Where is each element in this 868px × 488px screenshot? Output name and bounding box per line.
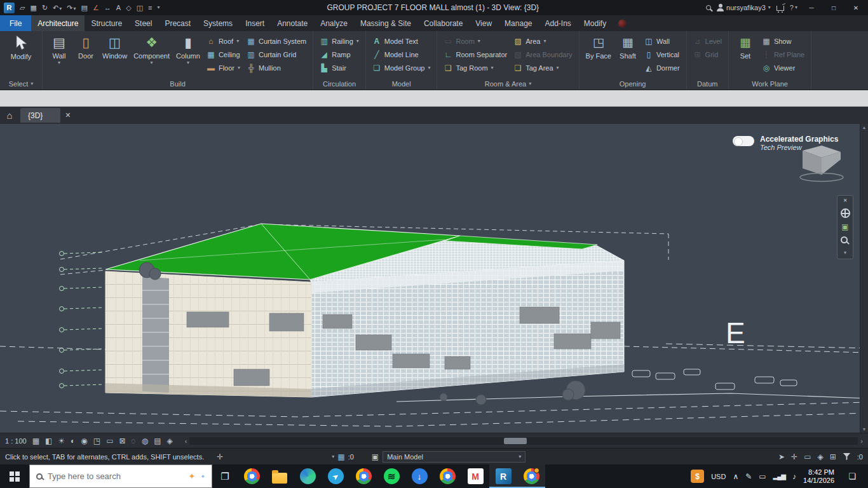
close-view-icon[interactable]: ✕ [65,111,71,119]
lock-view-icon[interactable]: ⊠ [119,437,126,445]
temporary-hide-isolate-icon[interactable]: ◌ [132,437,136,445]
tab-addins[interactable]: Add-Ins [538,15,577,31]
tag-area-button[interactable]: ❑Tag Area▾ [511,61,574,74]
tray-expand-icon[interactable]: ∧ [733,473,738,480]
scroll-right-icon[interactable]: › [860,437,863,445]
home-icon[interactable]: ⌂ [3,109,16,122]
taskbar-clock[interactable]: 8:42 PM 14/1/2026 [803,468,834,485]
pen-icon[interactable]: ✎ [745,473,752,480]
building-model[interactable] [0,124,868,433]
worksets-control[interactable]: ▾ ▦ :0 [332,453,354,461]
start-button[interactable] [0,464,29,488]
redo-button[interactable]: ↷▾ [67,4,76,11]
close-button[interactable]: ✕ [848,4,864,11]
chrome-icon[interactable] [517,464,545,488]
tab-annotate[interactable]: Annotate [271,15,314,31]
room-area-panel-dropdown[interactable]: Room & Area▾ [437,79,578,90]
horizontal-scroll-thumb[interactable] [504,438,527,444]
chrome-icon[interactable] [433,464,461,488]
ribbon-options-icon[interactable] [618,19,627,28]
scroll-left-icon[interactable]: ‹ [185,437,187,445]
tag-room-button[interactable]: ❑Tag Room▾ [441,61,510,74]
horizontal-scroll-track[interactable] [189,437,858,445]
customize-qat-icon[interactable]: ▾ [157,5,159,10]
task-view-button[interactable]: ❐ [212,464,238,488]
detail-level-icon[interactable]: ▦ [32,437,39,445]
download-manager-icon[interactable]: ↓ [405,464,433,488]
print-icon[interactable]: ▤ [81,4,88,11]
tab-modify[interactable]: Modify [578,15,613,31]
thin-lines-icon[interactable]: ≡ [148,4,152,11]
accelerated-graphics-toggle[interactable] [733,136,754,146]
scale-button[interactable]: 1 : 100 [5,437,27,445]
area-button[interactable]: ▨Area▾ [511,34,574,48]
tab-massing-site[interactable]: Massing & Site [354,15,417,31]
select-dropdown[interactable]: Select▾ [0,79,42,90]
floor-button[interactable]: ▬Floor▾ [204,61,243,74]
shadows-icon[interactable]: ◐ [71,437,75,445]
tab-systems[interactable]: Systems [197,15,239,31]
ramp-button[interactable]: ◢Ramp [317,48,362,61]
zoom-icon[interactable] [841,236,848,243]
sun-path-icon[interactable]: ☀ [58,437,65,445]
minimize-button[interactable]: ─ [803,4,820,11]
action-center-icon[interactable]: ❏ [841,471,863,481]
by-face-button[interactable]: ◳By Face [583,33,614,60]
railing-button[interactable]: ▥Railing▾ [317,34,362,48]
model-group-button[interactable]: ❏Model Group▾ [370,61,433,74]
highlights-icon[interactable]: ✦ [189,471,196,481]
maximize-button[interactable]: □ [825,4,842,11]
drawing-area[interactable]: E Accelerated Graphics Tech Preview ✕ ▣ … [0,124,868,433]
search-input[interactable] [48,471,184,481]
render-icon[interactable]: ◉ [81,437,87,445]
mullion-button[interactable]: ╬Mullion [244,61,309,74]
wall-button[interactable]: ▤Wall▾ [46,33,72,66]
tab-structure[interactable]: Structure [85,15,128,31]
press-drag-icon[interactable]: ✛ [217,453,223,461]
telegram-icon[interactable]: ➤ [322,464,349,488]
view-properties-icon[interactable]: ▤ [154,437,161,445]
store-cart-icon[interactable] [776,6,784,11]
tab-file[interactable]: File [0,15,31,31]
elevation-marker[interactable]: E [726,318,745,348]
chrome-icon[interactable] [349,464,377,488]
column-button[interactable]: ▮Column▾ [173,33,203,66]
component-button[interactable]: ❖Component▾ [131,33,172,66]
scroll-up-icon[interactable]: ▲ [862,125,867,130]
sync-icon[interactable]: ↻ [42,4,48,11]
taskbar-search[interactable]: ✦ ✦ [29,464,212,488]
zoom-extents-icon[interactable]: ▣ [841,223,848,231]
close-navbar-icon[interactable]: ✕ [843,198,848,203]
select-links-icon[interactable]: ➤ [778,453,785,461]
curtain-grid-button[interactable]: ▥Curtain Grid [244,48,309,61]
save-icon[interactable]: ▦ [30,4,36,11]
edge-icon[interactable] [294,464,322,488]
help-button[interactable]: ?▾ [790,4,797,11]
modify-button[interactable]: Modify [4,33,38,61]
view-tab-3d[interactable]: {3D} [20,108,60,123]
select-underlay-icon[interactable]: ✛ [791,453,797,461]
currency-app-icon[interactable]: $ [691,470,704,483]
aligned-dimension-icon[interactable]: ↔ [104,4,111,11]
spotify-icon[interactable]: ≋ [377,464,405,488]
text-icon[interactable]: A [116,4,121,11]
design-options-icon[interactable]: ▣ [372,453,379,461]
crop-view-icon[interactable]: ◳ [93,437,100,445]
file-explorer-icon[interactable] [266,464,294,488]
roof-button[interactable]: ⌂Roof▾ [204,34,243,48]
window-button[interactable]: ◫Window [100,33,130,60]
tab-collaborate[interactable]: Collaborate [417,15,469,31]
account-menu[interactable]: nursyafikay3 ▾ [717,4,771,11]
volume-icon[interactable]: ♪ [792,473,796,480]
tab-analyze[interactable]: Analyze [314,15,354,31]
gmail-icon[interactable]: M [461,464,489,488]
network-icon[interactable]: ▂▄▆ [773,473,785,480]
revit-app-icon[interactable]: R [4,3,15,13]
stair-button[interactable]: ▙Stair [317,61,362,74]
open-icon[interactable]: ▱ [20,4,25,11]
model-text-button[interactable]: AModel Text [370,34,433,48]
tab-insert[interactable]: Insert [239,15,271,31]
default-3d-view-icon[interactable]: ◇ [126,4,131,11]
show-crop-region-icon[interactable]: ▭ [106,437,113,445]
steering-wheel-icon[interactable] [841,208,850,218]
